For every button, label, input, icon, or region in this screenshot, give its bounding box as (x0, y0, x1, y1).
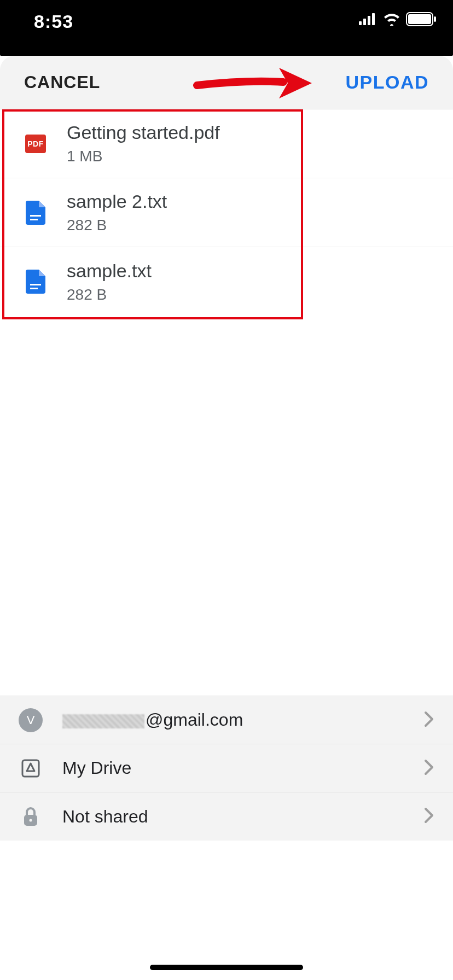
svg-point-15 (30, 819, 32, 822)
cellular-icon (359, 13, 378, 27)
chevron-right-icon (423, 807, 434, 826)
file-row[interactable]: PDF Getting started.pdf 1 MB (0, 109, 453, 178)
svg-rect-12 (22, 760, 39, 777)
status-bar: 8:53 (0, 0, 453, 56)
chevron-right-icon (423, 710, 434, 730)
svg-rect-2 (368, 16, 370, 25)
svg-rect-1 (363, 19, 366, 25)
svg-rect-3 (372, 13, 375, 25)
upload-button[interactable]: UPLOAD (345, 72, 429, 93)
account-row[interactable]: V @gmail.com (0, 696, 453, 744)
account-email: @gmail.com (62, 710, 404, 730)
avatar: V (19, 708, 43, 732)
file-list: PDF Getting started.pdf 1 MB sample 2.tx… (0, 109, 453, 316)
file-name: sample 2.txt (67, 191, 167, 212)
home-indicator[interactable] (150, 965, 303, 970)
upload-settings-panel: V @gmail.com My Drive Not shared (0, 696, 453, 841)
file-row[interactable]: sample.txt 282 B (0, 247, 453, 316)
svg-rect-11 (30, 288, 38, 289)
pdf-icon: PDF (24, 132, 47, 155)
file-name: sample.txt (67, 260, 152, 282)
pdf-badge: PDF (25, 135, 46, 153)
lock-icon (19, 806, 43, 827)
svg-rect-10 (30, 284, 41, 285)
file-size: 282 B (67, 217, 167, 234)
svg-marker-13 (27, 763, 34, 771)
chevron-right-icon (423, 759, 434, 778)
svg-rect-8 (30, 215, 41, 217)
drive-icon (19, 758, 43, 779)
status-time: 8:53 (34, 11, 73, 32)
sharing-row[interactable]: Not shared (0, 792, 453, 841)
email-domain: @gmail.com (146, 710, 243, 730)
redacted-text (62, 714, 144, 728)
location-label: My Drive (62, 758, 404, 778)
svg-rect-5 (408, 14, 431, 24)
location-row[interactable]: My Drive (0, 744, 453, 792)
upload-modal-header: CANCEL UPLOAD (0, 56, 453, 109)
document-icon (24, 201, 47, 224)
sharing-label: Not shared (62, 807, 404, 827)
document-icon (24, 270, 47, 293)
status-icons (359, 12, 437, 28)
wifi-icon (383, 13, 400, 28)
file-row[interactable]: sample 2.txt 282 B (0, 178, 453, 247)
file-size: 282 B (67, 286, 152, 304)
file-size: 1 MB (67, 148, 220, 165)
svg-rect-0 (359, 21, 362, 25)
battery-icon (406, 12, 437, 28)
svg-rect-9 (30, 219, 38, 220)
file-name: Getting started.pdf (67, 122, 220, 143)
cancel-button[interactable]: CANCEL (24, 72, 100, 92)
svg-rect-6 (434, 16, 436, 22)
